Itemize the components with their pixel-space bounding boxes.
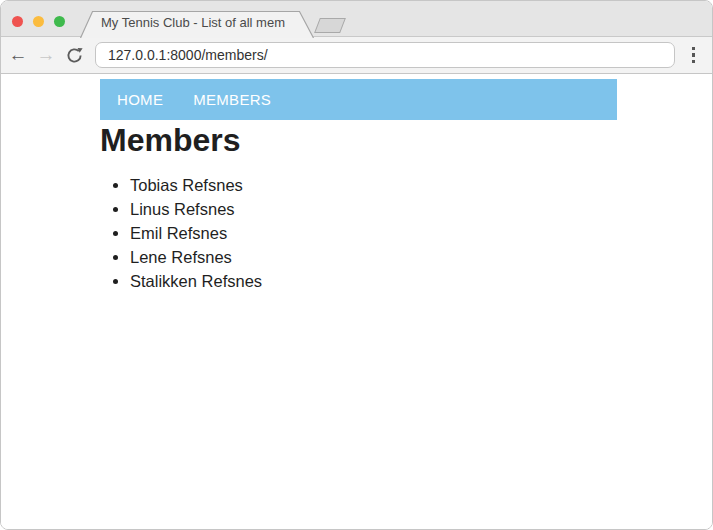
- reload-icon[interactable]: [62, 43, 86, 67]
- browser-tab[interactable]: My Tennis Club - List of all mem: [93, 11, 299, 37]
- new-tab-button[interactable]: [314, 18, 346, 33]
- nav-link-members[interactable]: MEMBERS: [193, 91, 271, 108]
- forward-icon[interactable]: →: [34, 43, 58, 67]
- list-item: Emil Refsnes: [130, 221, 712, 245]
- site-navbar: HOME MEMBERS: [100, 79, 617, 120]
- page-title: Members: [100, 121, 712, 159]
- reload-icon-glyph: [66, 47, 83, 64]
- minimize-window-button[interactable]: [33, 16, 44, 27]
- list-item: Lene Refsnes: [130, 245, 712, 269]
- list-item: Stalikken Refsnes: [130, 269, 712, 293]
- list-item: Linus Refsnes: [130, 197, 712, 221]
- members-list: Tobias Refsnes Linus Refsnes Emil Refsne…: [100, 173, 712, 293]
- window-controls: [12, 16, 65, 27]
- page-content: HOME MEMBERS Members Tobias Refsnes Linu…: [1, 74, 712, 529]
- browser-titlebar: My Tennis Club - List of all mem: [1, 1, 712, 37]
- close-window-button[interactable]: [12, 16, 23, 27]
- url-text: 127.0.0.1:8000/members/: [108, 47, 268, 63]
- back-icon[interactable]: ←: [6, 43, 30, 67]
- tab-title: My Tennis Club - List of all mem: [101, 15, 299, 30]
- zoom-window-button[interactable]: [54, 16, 65, 27]
- menu-icon[interactable]: [675, 45, 712, 66]
- list-item: Tobias Refsnes: [130, 173, 712, 197]
- browser-toolbar: ← → 127.0.0.1:8000/members/: [1, 37, 712, 74]
- browser-window: My Tennis Club - List of all mem ← → 127…: [0, 0, 713, 530]
- nav-link-home[interactable]: HOME: [117, 91, 163, 108]
- address-bar[interactable]: 127.0.0.1:8000/members/: [95, 42, 675, 68]
